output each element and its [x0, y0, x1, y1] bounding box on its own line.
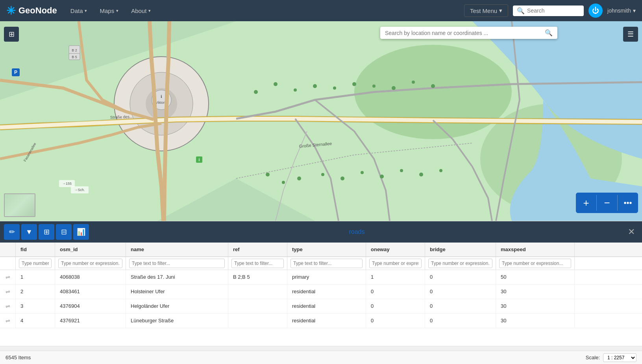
map-layers-button[interactable]: ⊞ [4, 27, 19, 42]
svg-point-25 [321, 173, 324, 176]
horizontal-scrollbar[interactable] [0, 346, 642, 351]
draw-tool-button[interactable]: ✏ [4, 224, 20, 240]
name-filter-input[interactable] [129, 259, 225, 268]
chevron-down-icon: ▾ [633, 7, 636, 14]
power-button[interactable]: ⏻ [588, 4, 603, 18]
chevron-down-icon: ▾ [148, 8, 151, 13]
cell-ref [228, 314, 287, 328]
cell-name: Helgoländer Ufer [126, 299, 228, 313]
row-select-icon[interactable]: ⇌ [0, 299, 16, 313]
cell-fid: 4 [16, 314, 55, 328]
row-select-icon[interactable]: ⇌ [0, 285, 16, 299]
cell-osmid: 4083461 [55, 285, 126, 299]
maxspeed-filter-input[interactable] [499, 259, 571, 268]
column-header-fid: fid [16, 243, 55, 256]
svg-text:B 2: B 2 [72, 48, 77, 52]
table-row[interactable]: ⇌ 1 4068038 Straße des 17. Juni B 2;B 5 … [0, 270, 642, 285]
svg-point-12 [254, 90, 258, 94]
nav-right: Test Menu ▾ 🔍 ⏻ johnsmith ▾ [464, 4, 636, 18]
bridge-filter-input[interactable] [428, 259, 492, 268]
scale-label: Scale: [586, 355, 600, 360]
close-button[interactable]: ✕ [625, 224, 638, 240]
search-icon: 🔍 [517, 7, 525, 15]
svg-point-13 [274, 82, 278, 86]
table-row[interactable]: ⇌ 2 4083461 Holsteiner Ufer residential … [0, 285, 642, 299]
map-menu-button[interactable]: ☰ [623, 27, 638, 42]
chart-button[interactable]: 📊 [73, 224, 89, 240]
cell-maxspeed: 30 [496, 314, 575, 328]
logo-text: GeoNode [19, 6, 57, 16]
cell-bridge: 0 [425, 285, 496, 299]
cell-osmid: 4376904 [55, 299, 126, 313]
chevron-down-icon: ▾ [85, 8, 87, 13]
column-header-maxspeed: maxspeed [496, 243, 575, 256]
map-search-button[interactable]: 🔍 [545, 29, 553, 37]
chevron-down-icon: ▾ [499, 7, 502, 14]
fid-filter-input[interactable] [19, 259, 52, 268]
row-icon-header [0, 243, 16, 256]
filter-icon: ▼ [26, 228, 33, 236]
svg-text:ℹ: ℹ [161, 94, 162, 99]
cell-maxspeed: 50 [496, 270, 575, 284]
top-navigation: ✳ GeoNode Data ▾ Maps ▾ About ▾ Test Men… [0, 0, 642, 21]
table-status-bar: 6545 Items Scale: 1 : 2257 1 : 5000 1 : … [0, 351, 642, 364]
cell-ref [228, 299, 287, 313]
table-view-button[interactable]: ⊟ [56, 224, 72, 240]
zoom-to-button[interactable]: ⊞ [39, 224, 54, 240]
filter-type [287, 257, 366, 270]
column-header-ref: ref [228, 243, 287, 256]
svg-point-30 [419, 173, 423, 176]
cell-oneway: 1 [366, 270, 425, 284]
zoom-out-button[interactable]: − [597, 193, 617, 213]
hamburger-icon: ☰ [627, 30, 634, 39]
cell-name: Holsteiner Ufer [126, 285, 228, 299]
svg-text:Straße des...: Straße des... [110, 114, 133, 119]
minimap[interactable] [4, 193, 35, 217]
filter-fid [16, 257, 55, 270]
cell-maxspeed: 30 [496, 285, 575, 299]
table-headers: fid osm_id name ref type oneway bridge m… [0, 243, 642, 257]
zoom-more-button[interactable]: ••• [618, 193, 638, 213]
osmid-filter-input[interactable] [58, 259, 122, 268]
row-select-icon[interactable]: ⇌ [0, 314, 16, 328]
zoom-in-button[interactable]: + [576, 193, 596, 213]
menu-item-maps[interactable]: Maps ▾ [94, 5, 124, 17]
filter-button[interactable]: ▼ [21, 224, 37, 240]
table-scroll-area[interactable]: fid osm_id name ref type oneway bridge m… [0, 243, 642, 346]
scrollbar-inner [0, 346, 642, 347]
filter-osmid [55, 257, 126, 270]
filter-ref [228, 257, 287, 270]
table-body: ⇌ 1 4068038 Straße des 17. Juni B 2;B 5 … [0, 270, 642, 346]
nav-search-input[interactable] [527, 7, 580, 14]
cell-bridge: 0 [425, 299, 496, 313]
nav-search-bar[interactable]: 🔍 [513, 6, 584, 16]
cell-name: Straße des 17. Juni [126, 270, 228, 284]
svg-point-17 [352, 82, 356, 86]
svg-point-20 [412, 81, 415, 84]
svg-point-15 [313, 84, 317, 88]
ref-filter-input[interactable] [231, 259, 284, 268]
type-filter-input[interactable] [290, 259, 363, 268]
logo[interactable]: ✳ GeoNode [6, 4, 57, 17]
test-menu-button[interactable]: Test Menu ▾ [464, 4, 508, 17]
cell-fid: 2 [16, 285, 55, 299]
cell-type: residential [287, 285, 366, 299]
cell-type: residential [287, 299, 366, 313]
svg-point-28 [380, 175, 384, 178]
table-row[interactable]: ⇌ 3 4376904 Helgoländer Ufer residential… [0, 299, 642, 314]
map-search-input[interactable] [385, 30, 542, 36]
map-container[interactable]: ℹ Viktoria Große Sternallee [0, 21, 642, 221]
oneway-filter-input[interactable] [369, 259, 422, 268]
menu-item-data[interactable]: Data ▾ [65, 5, 93, 17]
table-panel: ✏ ▼ ⊞ ⊟ 📊 roads ✕ fid osm_id name ref ty… [0, 221, 642, 364]
svg-point-24 [297, 176, 301, 180]
svg-point-31 [439, 169, 442, 172]
table-title[interactable]: roads [91, 228, 623, 235]
user-menu[interactable]: johnsmith ▾ [607, 7, 636, 14]
table-row[interactable]: ⇌ 4 4376921 Lüneburger Straße residentia… [0, 314, 642, 328]
menu-item-about[interactable]: About ▾ [126, 5, 156, 17]
logo-icon: ✳ [6, 4, 15, 17]
scale-select[interactable]: 1 : 2257 1 : 5000 1 : 10000 1 : 25000 [603, 353, 636, 362]
cell-oneway: 0 [366, 285, 425, 299]
row-select-icon[interactable]: ⇌ [0, 270, 16, 284]
